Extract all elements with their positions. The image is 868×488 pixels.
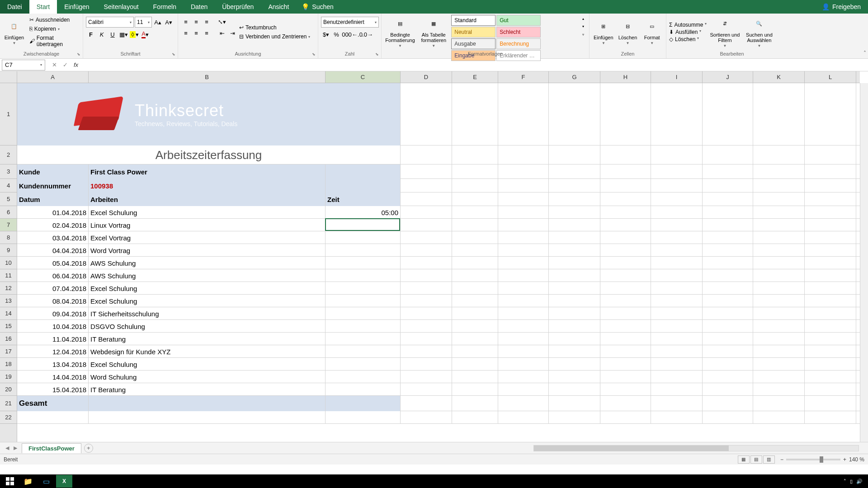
cell[interactable] <box>753 206 805 219</box>
cell[interactable] <box>549 231 600 244</box>
cell[interactable] <box>498 179 549 192</box>
cell[interactable] <box>600 231 651 244</box>
cell[interactable] <box>651 333 703 345</box>
cell[interactable] <box>401 145 452 164</box>
cell[interactable]: Excel Schulung <box>89 206 326 219</box>
cell[interactable] <box>326 383 401 396</box>
cell[interactable] <box>805 411 856 424</box>
cells-grid[interactable]: ThinksecretTechnews, Reviews, Tutorials,… <box>17 83 860 442</box>
cell[interactable]: IT Beratung <box>89 333 326 345</box>
row-header-16[interactable]: 16 <box>0 333 17 345</box>
cell[interactable] <box>549 192 600 206</box>
cell[interactable]: 03.04.2018 <box>17 231 89 244</box>
cell[interactable] <box>600 345 651 358</box>
cell[interactable] <box>753 83 805 145</box>
cell[interactable] <box>651 358 703 371</box>
cell[interactable] <box>452 231 498 244</box>
cell[interactable]: Word Schulung <box>89 371 326 383</box>
wrap-text-button[interactable]: ↩Textumbruch <box>239 24 310 31</box>
cell[interactable] <box>753 333 805 345</box>
cell[interactable]: Excel Vortrag <box>89 231 326 244</box>
cell[interactable] <box>651 179 703 192</box>
currency-button[interactable]: $▾ <box>321 29 331 39</box>
cell[interactable] <box>498 206 549 219</box>
cell[interactable] <box>805 192 856 206</box>
cell[interactable] <box>651 219 703 231</box>
cell[interactable]: IT Sicherheitsschulung <box>89 307 326 320</box>
cell[interactable] <box>452 179 498 192</box>
cell[interactable] <box>498 282 549 295</box>
cell[interactable] <box>703 295 753 307</box>
fill-color-button[interactable]: ◊▾ <box>129 29 139 39</box>
increase-font-button[interactable]: A▴ <box>153 17 163 27</box>
cut-button[interactable]: ✂Ausschneiden <box>28 16 80 24</box>
col-header-F[interactable]: F <box>498 71 549 83</box>
cell[interactable]: Excel Schulung <box>89 282 326 295</box>
cell[interactable] <box>703 83 753 145</box>
cell[interactable] <box>703 206 753 219</box>
comma-button[interactable]: 000 <box>342 29 352 39</box>
sort-filter-button[interactable]: ⇵Sortieren und Filtern▼ <box>708 15 741 49</box>
row-header-15[interactable]: 15 <box>0 320 17 333</box>
cell[interactable] <box>600 383 651 396</box>
decrease-indent-button[interactable]: ⇤ <box>217 28 227 38</box>
cell[interactable] <box>452 206 498 219</box>
cell[interactable] <box>651 83 703 145</box>
cell[interactable] <box>452 244 498 257</box>
increase-indent-button[interactable]: ⇥ <box>227 28 237 38</box>
cell[interactable] <box>600 269 651 282</box>
cell[interactable] <box>600 179 651 192</box>
cell[interactable] <box>651 371 703 383</box>
cell[interactable] <box>401 358 452 371</box>
tab-einfuegen[interactable]: Einfügen <box>57 0 96 14</box>
cell[interactable] <box>651 411 703 424</box>
cell[interactable] <box>498 83 549 145</box>
col-header-B[interactable]: B <box>89 71 326 83</box>
cell[interactable] <box>498 396 549 411</box>
cell[interactable]: AWS Schulung <box>89 257 326 269</box>
page-layout-view-button[interactable]: ▤ <box>750 455 762 464</box>
cell[interactable] <box>600 206 651 219</box>
cell[interactable] <box>549 257 600 269</box>
cell[interactable] <box>498 164 549 179</box>
cell[interactable]: 04.04.2018 <box>17 244 89 257</box>
row-header-5[interactable]: 5 <box>0 192 17 206</box>
cell[interactable] <box>401 307 452 320</box>
browser-task[interactable]: ▭ <box>38 475 54 488</box>
cell[interactable] <box>805 358 856 371</box>
autosum-button[interactable]: ΣAutosumme▾ <box>669 22 707 28</box>
cell[interactable] <box>498 219 549 231</box>
cell[interactable] <box>326 282 401 295</box>
enter-formula-button[interactable]: ✓ <box>60 60 71 70</box>
cell[interactable] <box>452 396 498 411</box>
cell[interactable] <box>401 244 452 257</box>
cell[interactable] <box>703 145 753 164</box>
cell[interactable] <box>703 244 753 257</box>
align-center-button[interactable]: ≡ <box>191 28 201 38</box>
cell[interactable] <box>600 396 651 411</box>
cell[interactable] <box>549 164 600 179</box>
cell[interactable] <box>753 231 805 244</box>
row-header-13[interactable]: 13 <box>0 295 17 307</box>
cell[interactable] <box>805 345 856 358</box>
increase-decimal-button[interactable]: ←.0 <box>352 29 362 39</box>
cell[interactable] <box>498 192 549 206</box>
cell[interactable] <box>651 145 703 164</box>
cell[interactable] <box>326 257 401 269</box>
cell[interactable] <box>600 320 651 333</box>
cell[interactable]: 13.04.2018 <box>17 358 89 371</box>
cell[interactable]: IT Beratung <box>89 383 326 396</box>
cell[interactable] <box>703 282 753 295</box>
cell[interactable]: 15.04.2018 <box>17 383 89 396</box>
cell[interactable] <box>549 345 600 358</box>
sheet-nav-next[interactable]: ▶ <box>12 445 19 452</box>
share-button[interactable]: 👤 Freigeben <box>815 3 868 10</box>
cell[interactable] <box>401 320 452 333</box>
cell[interactable] <box>498 371 549 383</box>
cell[interactable] <box>805 257 856 269</box>
cell[interactable] <box>498 244 549 257</box>
cell[interactable] <box>753 244 805 257</box>
orientation-button[interactable]: ⤡▾ <box>217 17 227 27</box>
cell[interactable] <box>452 145 498 164</box>
cell[interactable] <box>549 411 600 424</box>
